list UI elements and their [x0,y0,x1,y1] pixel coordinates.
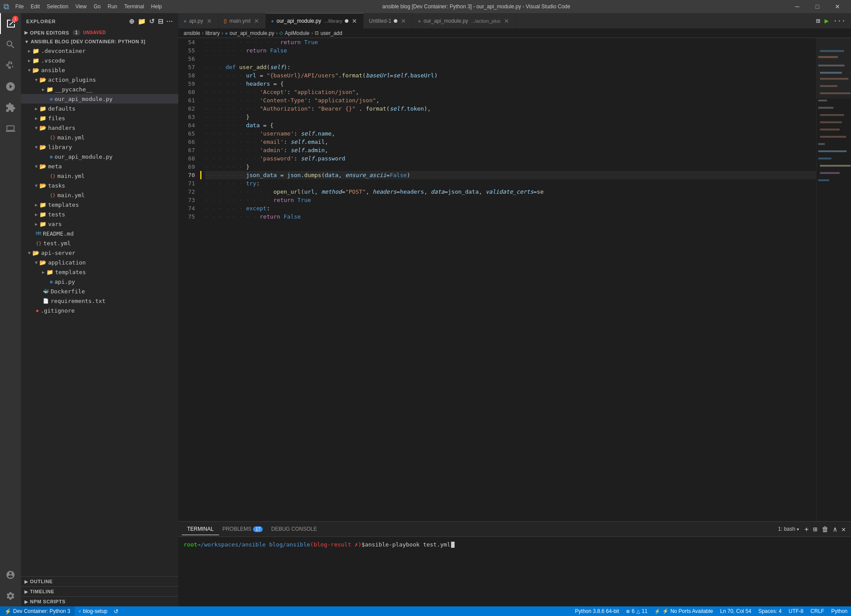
menu-view[interactable]: View [72,3,90,10]
breadcrumb-library[interactable]: library [205,30,220,36]
svg-rect-11 [820,129,840,130]
tree-item-readme[interactable]: MM README.md [21,229,178,238]
tree-item-templates-ansible[interactable]: ▶ 📁 templates [21,200,178,209]
activity-item-extensions[interactable] [0,97,21,118]
activity-item-account[interactable] [0,564,21,585]
status-python[interactable]: Python 3.8.6 64-bit [572,606,623,616]
activity-item-search[interactable] [0,34,21,55]
tab-our-api-module[interactable]: ● our_api_module.py .../library ✕ [266,13,364,28]
tree-item-our-api-module-action[interactable]: ● our_api_module.py [21,94,178,104]
tree-item-library[interactable]: ▼ 📂 library [21,142,178,152]
menu-run[interactable]: Run [104,3,121,10]
activity-item-settings[interactable] [0,585,21,606]
project-header[interactable]: ▼ ANSIBLE BLOG [DEV CONTAINER: PYTHON 3] [21,37,178,46]
new-folder-icon[interactable]: 📁 [138,17,146,25]
open-editors-header[interactable]: ▶ OPEN EDITORS 1 UNSAVED [21,28,178,37]
tree-item-test-yml[interactable]: {} test.yml [21,238,178,248]
code-content[interactable]: · · · · · · · · · · · return True · · · … [201,38,816,521]
kill-terminal-icon[interactable]: 🗑 [820,524,830,534]
tree-item-vscode[interactable]: ▶ 📁 .vscode [21,56,178,65]
menu-edit[interactable]: Edit [27,3,43,10]
maximize-terminal-icon[interactable]: ∧ [831,524,839,534]
tab-close-icon[interactable]: ✕ [351,17,358,25]
menu-file[interactable]: File [12,3,27,10]
status-spaces[interactable]: Spaces: 4 [755,606,785,616]
tree-item-templates-app[interactable]: ▶ 📁 templates [21,267,178,277]
minimize-button[interactable]: ─ [787,0,807,13]
tree-item-vars[interactable]: ▶ 📁 vars [21,219,178,229]
tree-item-ansible[interactable]: ▼ 📂 ansible [21,65,178,75]
menu-terminal[interactable]: Terminal [121,3,147,10]
tab-close-icon[interactable]: ✕ [206,17,213,25]
status-errors[interactable]: ⊗ 6 △ 11 [622,606,651,616]
terminal-tab-terminal[interactable]: TERMINAL [182,523,219,535]
tab-api-py[interactable]: ● api.py ✕ [178,13,219,28]
tree-item-gitignore[interactable]: ◆ .gitignore [21,306,178,315]
tree-item-requirements[interactable]: 📄 requirements.txt [21,296,178,306]
status-language[interactable]: Python [828,606,851,616]
tree-item-application[interactable]: ▼ 📂 application [21,258,178,267]
tab-untitled[interactable]: Untitled-1 ✕ [364,13,413,28]
tab-close-icon[interactable]: ✕ [253,17,260,25]
tree-item-devcontainer[interactable]: ▶ 📁 .devcontainer [21,46,178,56]
tree-item-handlers-main-yml[interactable]: {} main.yml [21,132,178,142]
terminal-tab-problems[interactable]: PROBLEMS 17 [219,523,266,535]
tab-main-yml[interactable]: {} main.yml ✕ [219,13,266,28]
code-editor[interactable]: 54 55 56 57 58 59 60 61 62 63 64 65 66 6… [178,38,851,521]
tree-item-api-server[interactable]: ▼ 📂 api-server [21,248,178,258]
tree-item-dockerfile[interactable]: 🐳 Dockerfile [21,286,178,296]
tree-item-pycache[interactable]: ▶ 📁 __pycache__ [21,84,178,94]
menu-go[interactable]: Go [90,3,104,10]
terminal-content[interactable]: root → /workspaces/ansible blog/ansible … [178,537,851,606]
activity-item-source-control[interactable] [0,55,21,76]
more-tabs-icon[interactable]: ··· [831,16,848,26]
status-ports[interactable]: ⚡ ⚡ No Ports Available [651,606,716,616]
split-editor-icon[interactable]: ⊞ [814,16,822,26]
tab-close-icon[interactable]: ✕ [503,17,510,25]
breadcrumb-class[interactable]: ApiModule [285,30,309,36]
tab-close-icon[interactable]: ✕ [400,17,407,25]
add-terminal-icon[interactable]: + [802,524,810,534]
outline-header[interactable]: ▶ OUTLINE [21,577,178,586]
breadcrumb-ansible[interactable]: ansible [184,30,200,36]
terminal-tab-debug[interactable]: DEBUG CONSOLE [266,523,323,535]
tree-item-action-plugins[interactable]: ▼ 📂 action_plugins [21,75,178,84]
status-sync[interactable]: ↺ [111,606,121,616]
status-encoding[interactable]: UTF-8 [785,606,807,616]
activity-item-explorer[interactable]: 1 [0,13,21,34]
tree-item-meta-main-yml[interactable]: {} main.yml [21,171,178,181]
activity-item-run[interactable] [0,76,21,97]
breadcrumb-method[interactable]: user_add [320,30,342,36]
close-terminal-icon[interactable]: ✕ [840,524,848,534]
tree-item-meta[interactable]: ▼ 📂 meta [21,161,178,171]
terminal-session-dropdown-icon[interactable]: ▾ [797,527,799,532]
timeline-header[interactable]: ▶ TIMELINE [21,587,178,596]
npm-scripts-header[interactable]: ▶ NPM SCRIPTS [21,597,178,606]
close-button[interactable]: ✕ [827,0,848,13]
tree-item-tests[interactable]: ▶ 📁 tests [21,209,178,219]
tab-our-api-module-2[interactable]: ● our_api_module.py .../action_plus ✕ [413,13,516,28]
split-terminal-icon[interactable]: ⊞ [811,524,819,534]
tree-item-handlers[interactable]: ▼ 📂 handlers [21,123,178,132]
menu-help[interactable]: Help [148,3,166,10]
activity-item-remote[interactable] [0,118,21,139]
tree-item-api-py[interactable]: ● api.py [21,277,178,286]
status-remote[interactable]: ⚡ Dev Container: Python 3 [0,606,75,616]
menu-selection[interactable]: Selection [43,3,72,10]
tree-item-library-our-api[interactable]: ● our_api_module.py [21,152,178,161]
status-branch[interactable]: ⑂ blog-setup [75,606,111,616]
maximize-button[interactable]: □ [807,0,827,13]
breadcrumb-file[interactable]: our_api_module.py [229,30,274,36]
new-file-icon[interactable]: ⊕ [129,17,135,25]
tree-item-tasks-main-yml[interactable]: {} main.yml [21,190,178,200]
status-eol[interactable]: CRLF [807,606,827,616]
run-icon[interactable]: ▶ [823,16,830,26]
tree-item-defaults[interactable]: ▶ 📁 defaults [21,104,178,113]
tree-item-files[interactable]: ▶ 📁 files [21,113,178,123]
more-actions-icon[interactable]: ··· [167,17,173,25]
collapse-all-icon[interactable]: ⊟ [158,17,164,25]
sync-icon: ↺ [114,608,118,615]
tree-item-tasks[interactable]: ▼ 📂 tasks [21,181,178,190]
refresh-icon[interactable]: ↺ [149,17,155,25]
status-line-col[interactable]: Ln 70, Col 54 [717,606,755,616]
